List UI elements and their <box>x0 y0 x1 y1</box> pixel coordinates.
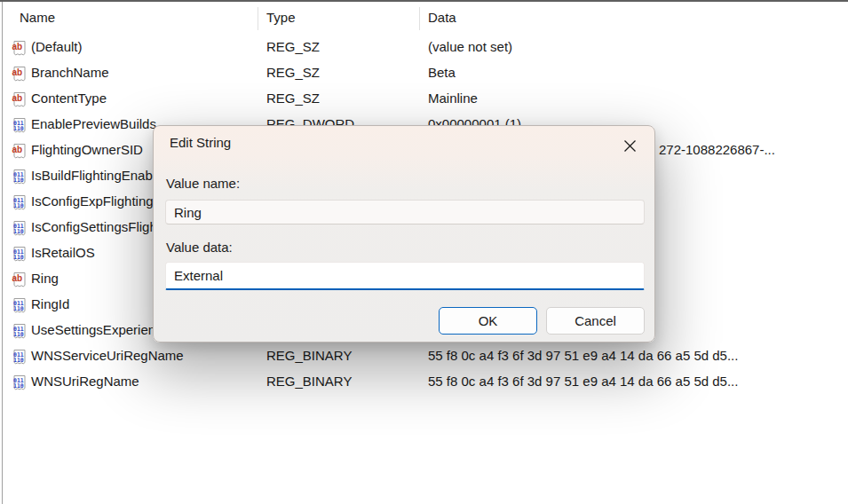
svg-text:ab: ab <box>12 42 23 51</box>
svg-text:110: 110 <box>13 382 24 390</box>
value-name-cell: ContentType <box>31 85 107 111</box>
binary-value-icon: 011110 <box>12 117 27 133</box>
value-name-cell: BranchName <box>31 59 109 85</box>
svg-text:110: 110 <box>13 177 24 184</box>
value-type-cell: REG_SZ <box>266 59 320 85</box>
cancel-button[interactable]: Cancel <box>546 307 645 335</box>
dialog-title: Edit String <box>170 135 231 150</box>
value-type-cell: REG_BINARY <box>266 343 352 368</box>
binary-value-icon: 011110 <box>12 169 27 185</box>
value-name-input[interactable] <box>165 200 645 224</box>
edit-string-dialog: Edit String Value name: Value data: OK C… <box>153 125 655 343</box>
svg-text:110: 110 <box>13 357 24 364</box>
svg-text:110: 110 <box>13 305 24 312</box>
value-data-label: Value data: <box>166 240 233 255</box>
table-row[interactable]: 011110WNSServiceUriRegNameREG_BINARY55 f… <box>0 343 848 368</box>
svg-text:110: 110 <box>13 125 24 132</box>
column-header-type[interactable]: Type <box>266 10 296 25</box>
value-type-cell: REG_SZ <box>266 34 320 59</box>
svg-text:ab: ab <box>12 93 23 103</box>
column-separator[interactable] <box>258 7 258 30</box>
close-button[interactable] <box>617 134 642 157</box>
svg-text:ab: ab <box>12 273 23 283</box>
value-name-cell: IsRetailOS <box>31 240 95 265</box>
string-value-icon: ab <box>12 66 27 82</box>
binary-value-icon: 011110 <box>12 246 27 262</box>
value-type-cell: REG_BINARY <box>266 368 352 394</box>
value-name-label: Value name: <box>166 176 240 191</box>
value-name-cell: WNSUriRegName <box>31 368 139 394</box>
value-data-input[interactable] <box>165 262 645 290</box>
binary-value-icon: 011110 <box>12 374 27 390</box>
close-icon <box>623 139 637 153</box>
string-value-icon: ab <box>12 272 27 287</box>
value-data-cell: Mainline <box>428 85 478 111</box>
value-data-cell: (value not set) <box>428 34 512 59</box>
svg-text:ab: ab <box>12 67 23 77</box>
ok-button[interactable]: OK <box>439 307 537 335</box>
svg-text:110: 110 <box>13 202 24 209</box>
column-header-name[interactable]: Name <box>20 10 55 25</box>
binary-value-icon: 011110 <box>12 194 27 210</box>
svg-text:110: 110 <box>13 254 24 261</box>
value-name-cell: RingId <box>31 291 69 317</box>
binary-value-icon: 011110 <box>12 349 27 365</box>
binary-value-icon: 011110 <box>12 323 27 339</box>
svg-text:110: 110 <box>13 228 24 235</box>
string-value-icon: ab <box>12 91 27 107</box>
value-name-cell: WNSServiceUriRegName <box>31 343 184 368</box>
value-name-cell: EnablePreviewBuilds <box>31 111 156 137</box>
value-name-cell: (Default) <box>31 34 83 59</box>
value-data-cell: 55 f8 0c a4 f3 6f 3d 97 51 e9 a4 14 da 6… <box>428 343 738 368</box>
binary-value-icon: 011110 <box>12 220 27 236</box>
table-row[interactable]: ab(Default)REG_SZ(value not set) <box>0 34 848 59</box>
value-data-cell: 272-1088226867-... <box>659 137 775 162</box>
column-header-data[interactable]: Data <box>428 10 456 25</box>
value-name-cell: IsBuildFlightingEnabled <box>31 162 170 188</box>
value-type-cell: REG_SZ <box>266 85 320 111</box>
string-value-icon: ab <box>12 143 27 159</box>
table-row[interactable]: abBranchNameREG_SZBeta <box>0 59 848 85</box>
value-name-cell: FlightingOwnerSID <box>31 137 143 162</box>
list-header: Name Type Data <box>0 2 848 34</box>
column-separator[interactable] <box>419 7 420 30</box>
string-value-icon: ab <box>12 40 27 56</box>
svg-text:110: 110 <box>13 331 24 338</box>
binary-value-icon: 011110 <box>12 297 27 313</box>
value-data-cell: Beta <box>428 59 456 85</box>
table-row[interactable]: abContentTypeREG_SZMainline <box>0 85 848 111</box>
value-name-cell: Ring <box>31 265 59 291</box>
value-name-cell: UseSettingsExperience <box>31 317 170 343</box>
table-row[interactable]: 011110WNSUriRegNameREG_BINARY55 f8 0c a4… <box>0 368 848 394</box>
value-data-cell: 55 f8 0c a4 f3 6f 3d 97 51 e9 a4 14 da 6… <box>428 368 738 394</box>
svg-text:ab: ab <box>12 145 23 154</box>
